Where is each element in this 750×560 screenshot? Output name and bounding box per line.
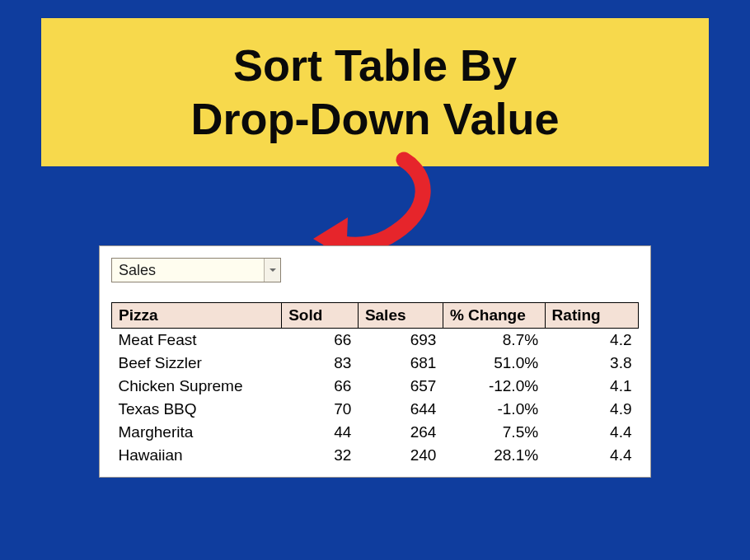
- sort-dropdown[interactable]: Sales: [111, 258, 281, 282]
- sort-dropdown-value: Sales: [112, 259, 264, 282]
- col-header-sold: Sold: [282, 303, 359, 329]
- col-header-pizza: Pizza: [112, 303, 282, 329]
- page-title: Sort Table By Drop-Down Value: [190, 39, 559, 146]
- cell-sales: 657: [358, 375, 443, 398]
- table-row: Beef Sizzler 83 681 51.0% 3.8: [112, 352, 639, 375]
- cell-pizza: Beef Sizzler: [112, 352, 282, 375]
- col-header-change: % Change: [443, 303, 545, 329]
- col-header-rating: Rating: [545, 303, 638, 329]
- cell-pizza: Chicken Supreme: [112, 375, 282, 398]
- col-header-sales: Sales: [358, 303, 443, 329]
- cell-change: 28.1%: [443, 444, 545, 467]
- cell-rating: 4.1: [545, 375, 638, 398]
- cell-sales: 644: [358, 398, 443, 421]
- cell-sales: 693: [358, 329, 443, 352]
- cell-pizza: Hawaiian: [112, 444, 282, 467]
- spreadsheet-panel: Sales Pizza Sold Sales % Change Rating M…: [99, 245, 651, 478]
- cell-sales: 264: [358, 421, 443, 444]
- cell-rating: 4.4: [545, 444, 638, 467]
- cell-rating: 3.8: [545, 352, 638, 375]
- cell-sold: 66: [282, 329, 359, 352]
- cell-sold: 83: [282, 352, 359, 375]
- title-card: Sort Table By Drop-Down Value: [41, 18, 709, 166]
- cell-pizza: Meat Feast: [112, 329, 282, 352]
- cell-change: -12.0%: [443, 375, 545, 398]
- sort-dropdown-button[interactable]: [264, 259, 280, 282]
- cell-change: 8.7%: [443, 329, 545, 352]
- cell-sold: 66: [282, 375, 359, 398]
- table-row: Chicken Supreme 66 657 -12.0% 4.1: [112, 375, 639, 398]
- table-header-row: Pizza Sold Sales % Change Rating: [112, 303, 639, 329]
- cell-pizza: Margherita: [112, 421, 282, 444]
- cell-rating: 4.2: [545, 329, 638, 352]
- cell-sold: 70: [282, 398, 359, 421]
- cell-sales: 240: [358, 444, 443, 467]
- cell-change: -1.0%: [443, 398, 545, 421]
- cell-change: 7.5%: [443, 421, 545, 444]
- cell-sold: 44: [282, 421, 359, 444]
- cell-sold: 32: [282, 444, 359, 467]
- table-row: Margherita 44 264 7.5% 4.4: [112, 421, 639, 444]
- cell-rating: 4.9: [545, 398, 638, 421]
- cell-rating: 4.4: [545, 421, 638, 444]
- table-row: Hawaiian 32 240 28.1% 4.4: [112, 444, 639, 467]
- cell-sales: 681: [358, 352, 443, 375]
- cell-pizza: Texas BBQ: [112, 398, 282, 421]
- pizza-table: Pizza Sold Sales % Change Rating Meat Fe…: [111, 302, 639, 467]
- table-row: Meat Feast 66 693 8.7% 4.2: [112, 329, 639, 352]
- table-row: Texas BBQ 70 644 -1.0% 4.9: [112, 398, 639, 421]
- chevron-down-icon: [269, 266, 277, 274]
- cell-change: 51.0%: [443, 352, 545, 375]
